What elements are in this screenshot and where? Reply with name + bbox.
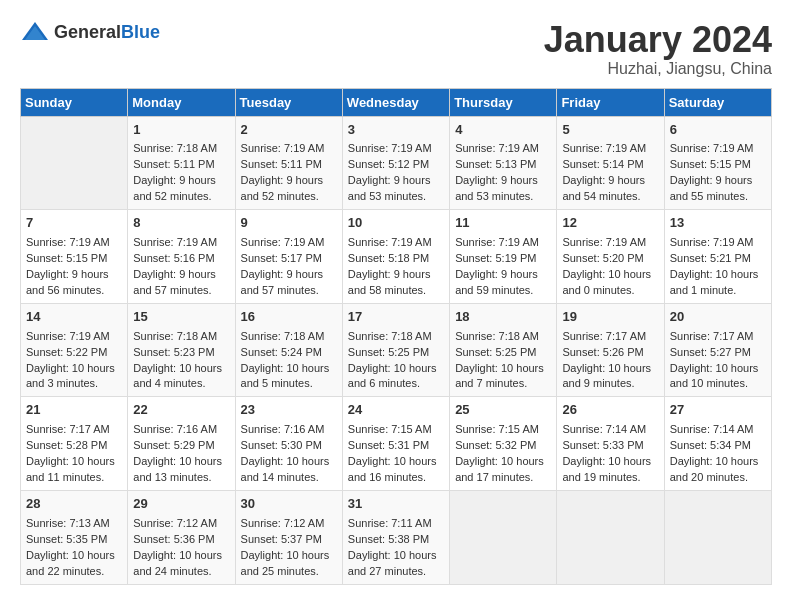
day-number: 2 <box>241 121 337 140</box>
calendar-cell: 15Sunrise: 7:18 AMSunset: 5:23 PMDayligh… <box>128 303 235 397</box>
day-info-line: Sunset: 5:20 PM <box>562 251 658 267</box>
day-number: 31 <box>348 495 444 514</box>
calendar-cell <box>664 490 771 584</box>
day-info-line: Sunset: 5:37 PM <box>241 532 337 548</box>
day-info-line: Sunset: 5:23 PM <box>133 345 229 361</box>
day-info-line: Sunset: 5:33 PM <box>562 438 658 454</box>
day-info-line: Daylight: 9 hours <box>455 267 551 283</box>
day-info-line: and 17 minutes. <box>455 470 551 486</box>
calendar-cell: 14Sunrise: 7:19 AMSunset: 5:22 PMDayligh… <box>21 303 128 397</box>
day-info-line: and 57 minutes. <box>241 283 337 299</box>
calendar-week-row: 28Sunrise: 7:13 AMSunset: 5:35 PMDayligh… <box>21 490 772 584</box>
day-info-line: Daylight: 10 hours <box>133 361 229 377</box>
day-info-line: Sunrise: 7:19 AM <box>562 141 658 157</box>
day-info-line: and 57 minutes. <box>133 283 229 299</box>
day-info-line: Sunrise: 7:14 AM <box>562 422 658 438</box>
day-info-line: and 4 minutes. <box>133 376 229 392</box>
day-number: 13 <box>670 214 766 233</box>
calendar-cell: 27Sunrise: 7:14 AMSunset: 5:34 PMDayligh… <box>664 397 771 491</box>
column-header-friday: Friday <box>557 88 664 116</box>
day-info-line: Daylight: 10 hours <box>670 361 766 377</box>
day-info-line: Sunrise: 7:19 AM <box>348 235 444 251</box>
calendar-cell <box>450 490 557 584</box>
day-info-line: Daylight: 10 hours <box>26 454 122 470</box>
calendar-cell: 31Sunrise: 7:11 AMSunset: 5:38 PMDayligh… <box>342 490 449 584</box>
day-info-line: Sunset: 5:13 PM <box>455 157 551 173</box>
day-info-line: and 53 minutes. <box>348 189 444 205</box>
day-info-line: Sunset: 5:26 PM <box>562 345 658 361</box>
column-header-wednesday: Wednesday <box>342 88 449 116</box>
day-number: 12 <box>562 214 658 233</box>
calendar-cell: 2Sunrise: 7:19 AMSunset: 5:11 PMDaylight… <box>235 116 342 210</box>
day-number: 19 <box>562 308 658 327</box>
day-info-line: and 19 minutes. <box>562 470 658 486</box>
day-info-line: Daylight: 9 hours <box>241 267 337 283</box>
day-info-line: Sunrise: 7:11 AM <box>348 516 444 532</box>
calendar-cell: 17Sunrise: 7:18 AMSunset: 5:25 PMDayligh… <box>342 303 449 397</box>
day-info-line: Daylight: 10 hours <box>348 361 444 377</box>
day-number: 7 <box>26 214 122 233</box>
day-info-line: and 5 minutes. <box>241 376 337 392</box>
day-info-line: and 1 minute. <box>670 283 766 299</box>
day-info-line: Daylight: 10 hours <box>562 267 658 283</box>
day-info-line: Sunset: 5:28 PM <box>26 438 122 454</box>
calendar-cell: 5Sunrise: 7:19 AMSunset: 5:14 PMDaylight… <box>557 116 664 210</box>
calendar-cell: 18Sunrise: 7:18 AMSunset: 5:25 PMDayligh… <box>450 303 557 397</box>
day-info-line: Sunrise: 7:19 AM <box>670 235 766 251</box>
day-info-line: Daylight: 10 hours <box>670 267 766 283</box>
column-header-tuesday: Tuesday <box>235 88 342 116</box>
day-info-line: Sunset: 5:18 PM <box>348 251 444 267</box>
calendar-cell: 10Sunrise: 7:19 AMSunset: 5:18 PMDayligh… <box>342 210 449 304</box>
logo-icon <box>20 20 50 44</box>
day-number: 22 <box>133 401 229 420</box>
day-info-line: Daylight: 10 hours <box>348 454 444 470</box>
calendar-cell: 6Sunrise: 7:19 AMSunset: 5:15 PMDaylight… <box>664 116 771 210</box>
day-info-line: and 6 minutes. <box>348 376 444 392</box>
day-info-line: Sunrise: 7:19 AM <box>26 329 122 345</box>
calendar-cell: 7Sunrise: 7:19 AMSunset: 5:15 PMDaylight… <box>21 210 128 304</box>
day-info-line: and 13 minutes. <box>133 470 229 486</box>
day-info-line: Sunset: 5:12 PM <box>348 157 444 173</box>
calendar-cell <box>21 116 128 210</box>
day-info-line: Daylight: 9 hours <box>26 267 122 283</box>
day-info-line: Daylight: 10 hours <box>241 454 337 470</box>
location-title: Huzhai, Jiangsu, China <box>544 60 772 78</box>
day-info-line: Sunset: 5:21 PM <box>670 251 766 267</box>
day-info-line: Sunrise: 7:12 AM <box>241 516 337 532</box>
day-info-line: and 27 minutes. <box>348 564 444 580</box>
day-info-line: Daylight: 10 hours <box>348 548 444 564</box>
day-info-line: Daylight: 9 hours <box>670 173 766 189</box>
day-number: 17 <box>348 308 444 327</box>
day-info-line: and 14 minutes. <box>241 470 337 486</box>
day-info-line: Sunset: 5:25 PM <box>455 345 551 361</box>
day-info-line: Sunrise: 7:18 AM <box>455 329 551 345</box>
day-info-line: Sunset: 5:16 PM <box>133 251 229 267</box>
calendar-cell: 21Sunrise: 7:17 AMSunset: 5:28 PMDayligh… <box>21 397 128 491</box>
day-info-line: Sunrise: 7:15 AM <box>455 422 551 438</box>
logo: GeneralBlue <box>20 20 160 44</box>
day-number: 8 <box>133 214 229 233</box>
day-number: 18 <box>455 308 551 327</box>
day-info-line: Sunset: 5:17 PM <box>241 251 337 267</box>
logo-text-general: General <box>54 22 121 42</box>
day-info-line: Sunrise: 7:17 AM <box>562 329 658 345</box>
calendar-cell: 11Sunrise: 7:19 AMSunset: 5:19 PMDayligh… <box>450 210 557 304</box>
day-info-line: Sunrise: 7:19 AM <box>241 141 337 157</box>
day-number: 21 <box>26 401 122 420</box>
calendar-cell: 9Sunrise: 7:19 AMSunset: 5:17 PMDaylight… <box>235 210 342 304</box>
day-info-line: Sunset: 5:19 PM <box>455 251 551 267</box>
day-info-line: Daylight: 10 hours <box>562 361 658 377</box>
day-info-line: and 53 minutes. <box>455 189 551 205</box>
day-info-line: Sunset: 5:31 PM <box>348 438 444 454</box>
calendar-cell: 8Sunrise: 7:19 AMSunset: 5:16 PMDaylight… <box>128 210 235 304</box>
day-info-line: Daylight: 9 hours <box>133 267 229 283</box>
day-info-line: Daylight: 10 hours <box>562 454 658 470</box>
day-info-line: Sunrise: 7:17 AM <box>670 329 766 345</box>
calendar-week-row: 1Sunrise: 7:18 AMSunset: 5:11 PMDaylight… <box>21 116 772 210</box>
column-header-sunday: Sunday <box>21 88 128 116</box>
day-number: 28 <box>26 495 122 514</box>
day-info-line: Sunset: 5:25 PM <box>348 345 444 361</box>
month-title: January 2024 <box>544 20 772 60</box>
calendar-cell: 16Sunrise: 7:18 AMSunset: 5:24 PMDayligh… <box>235 303 342 397</box>
day-info-line: Sunrise: 7:19 AM <box>455 141 551 157</box>
